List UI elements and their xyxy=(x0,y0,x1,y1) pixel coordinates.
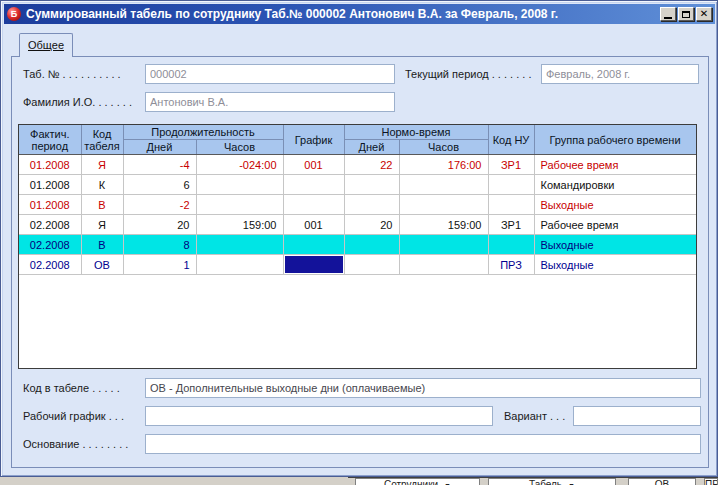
tab-no-label: Таб. № . . . . . . . . . . xyxy=(23,64,121,84)
name-input[interactable] xyxy=(145,92,395,112)
cell-norm-hours[interactable]: 176:00 xyxy=(399,155,488,175)
cell-fact-period[interactable]: 01.2008 xyxy=(19,175,81,195)
tab-general[interactable]: Общее xyxy=(19,33,73,57)
col-header-fact-period[interactable]: Фактич. период xyxy=(19,125,81,155)
cell-group[interactable]: Выходные xyxy=(534,255,696,275)
cell-hours[interactable]: 159:00 xyxy=(196,215,283,235)
cell-nu-code[interactable] xyxy=(488,235,534,255)
cell-days[interactable]: 1 xyxy=(123,255,196,275)
window-controls: ✕ xyxy=(660,7,712,21)
cell-norm-days[interactable] xyxy=(344,195,399,215)
col-header-days-duration[interactable]: Дней xyxy=(123,140,196,155)
cell-norm-days[interactable] xyxy=(344,235,399,255)
cell-group[interactable]: Рабочее время xyxy=(534,155,696,175)
screen: Б Суммированный табель по сотруднику Таб… xyxy=(0,0,718,485)
close-icon: ✕ xyxy=(700,8,708,19)
cell-hours[interactable] xyxy=(196,235,283,255)
table-row[interactable]: 02.2008 Я 20 159:00 001 20 159:00 ЗР1 Ра… xyxy=(19,215,696,235)
cell-days[interactable]: 20 xyxy=(123,215,196,235)
cell-schedule[interactable]: 001 xyxy=(283,215,344,235)
background-combo-employees[interactable]: Сотрудники▼ xyxy=(355,478,480,485)
table-row[interactable]: 01.2008 Я -4 -024:00 001 22 176:00 ЗР1 Р… xyxy=(19,155,696,175)
cell-norm-days[interactable] xyxy=(344,175,399,195)
basis-input[interactable] xyxy=(145,434,701,454)
cell-sheet-code[interactable]: Я xyxy=(81,215,123,235)
title-bar[interactable]: Б Суммированный табель по сотруднику Таб… xyxy=(4,4,715,24)
table-row-highlighted[interactable]: 02.2008 В 8 Выходные xyxy=(19,235,696,255)
cell-sheet-code[interactable]: Я xyxy=(81,155,123,175)
cell-norm-hours[interactable] xyxy=(399,235,488,255)
work-schedule-input[interactable] xyxy=(145,406,493,426)
cell-hours[interactable] xyxy=(196,195,283,215)
cell-group[interactable]: Командировки xyxy=(534,175,696,195)
col-header-sheet-code[interactable]: Код табеля xyxy=(81,125,123,155)
cell-fact-period[interactable]: 01.2008 xyxy=(19,195,81,215)
cell-nu-code[interactable]: ПРЗ xyxy=(488,255,534,275)
cell-schedule[interactable]: 001 xyxy=(283,155,344,175)
cell-fact-period[interactable]: 01.2008 xyxy=(19,155,81,175)
cell-fact-period[interactable]: 02.2008 xyxy=(19,255,81,275)
cell-group[interactable]: Выходные xyxy=(534,195,696,215)
background-combo-label: Табель xyxy=(529,479,562,485)
col-header-group[interactable]: Группа рабочего времени xyxy=(534,125,696,155)
code-input[interactable] xyxy=(145,378,701,398)
app-icon: Б xyxy=(7,7,21,21)
close-button[interactable]: ✕ xyxy=(696,7,712,21)
cell-days[interactable]: 8 xyxy=(123,235,196,255)
col-header-hours-norm[interactable]: Часов xyxy=(399,140,488,155)
tab-no-input[interactable] xyxy=(145,64,395,84)
cell-nu-code[interactable] xyxy=(488,195,534,215)
cell-sheet-code[interactable]: ОВ xyxy=(81,255,123,275)
cell-sheet-code[interactable]: В xyxy=(81,235,123,255)
cell-days[interactable]: -4 xyxy=(123,155,196,175)
cell-hours[interactable]: -024:00 xyxy=(196,155,283,175)
current-period-label: Текущий период . . . . . . . xyxy=(405,64,531,84)
background-combo-label: Сотрудники xyxy=(384,479,438,485)
table-row[interactable]: 01.2008 К 6 Командировки xyxy=(19,175,696,195)
cell-norm-hours[interactable]: 159:00 xyxy=(399,215,488,235)
cell-norm-hours[interactable] xyxy=(399,195,488,215)
cell-nu-code[interactable]: ЗР1 xyxy=(488,215,534,235)
table-row[interactable]: 02.2008 ОВ 1 ПРЗ Выходные xyxy=(19,255,696,275)
col-header-nu-code[interactable]: Код НУ xyxy=(488,125,534,155)
timesheet-table: Фактич. период Код табеля Продолжительно… xyxy=(19,125,697,275)
cell-norm-days[interactable] xyxy=(344,255,399,275)
timesheet-grid: Фактич. период Код табеля Продолжительно… xyxy=(18,124,697,369)
cell-group[interactable]: Рабочее время xyxy=(534,215,696,235)
background-cell-label: ПР xyxy=(705,479,718,485)
cell-fact-period[interactable]: 02.2008 xyxy=(19,215,81,235)
table-row[interactable]: 01.2008 В -2 Выходные xyxy=(19,195,696,215)
cell-fact-period[interactable]: 02.2008 xyxy=(19,235,81,255)
cell-schedule[interactable] xyxy=(283,235,344,255)
background-cell-pr[interactable]: ПР xyxy=(704,478,718,485)
variant-input[interactable] xyxy=(573,406,701,426)
background-cell-ov[interactable]: ОВ xyxy=(628,478,696,485)
col-header-schedule[interactable]: График xyxy=(283,125,344,155)
timesheet-window: Б Суммированный табель по сотруднику Таб… xyxy=(0,0,718,477)
minimize-button[interactable] xyxy=(660,7,676,21)
cell-schedule[interactable] xyxy=(283,195,344,215)
cell-nu-code[interactable]: ЗР1 xyxy=(488,155,534,175)
cell-hours[interactable] xyxy=(196,175,283,195)
col-header-duration[interactable]: Продолжительность xyxy=(123,125,283,140)
cell-days[interactable]: 6 xyxy=(123,175,196,195)
cell-group[interactable]: Выходные xyxy=(534,235,696,255)
selected-cell[interactable] xyxy=(283,255,344,275)
col-header-days-norm[interactable]: Дней xyxy=(344,140,399,155)
col-header-norm-time[interactable]: Нормо-время xyxy=(344,125,488,140)
cell-norm-days[interactable]: 22 xyxy=(344,155,399,175)
cell-hours[interactable] xyxy=(196,255,283,275)
cell-nu-code[interactable] xyxy=(488,175,534,195)
cell-sheet-code[interactable]: К xyxy=(81,175,123,195)
cell-days[interactable]: -2 xyxy=(123,195,196,215)
variant-label: Вариант . . . xyxy=(504,406,565,426)
cell-norm-hours[interactable] xyxy=(399,175,488,195)
cell-sheet-code[interactable]: В xyxy=(81,195,123,215)
current-period-input[interactable] xyxy=(541,64,699,84)
cell-schedule[interactable] xyxy=(283,175,344,195)
cell-norm-hours[interactable] xyxy=(399,255,488,275)
col-header-hours-duration[interactable]: Часов xyxy=(196,140,283,155)
background-combo-timesheet[interactable]: Табель▼ xyxy=(488,478,616,485)
cell-norm-days[interactable]: 20 xyxy=(344,215,399,235)
maximize-button[interactable] xyxy=(678,7,694,21)
